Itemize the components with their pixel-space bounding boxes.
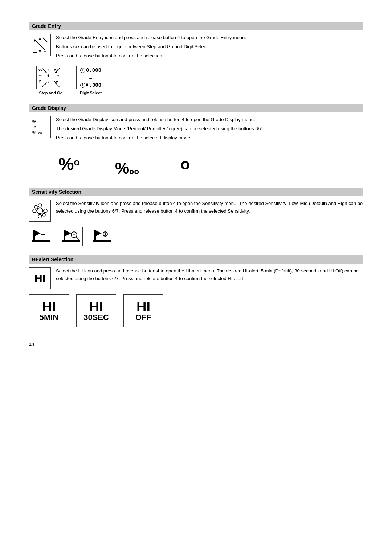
hi-alert-section: HI-alert Selection HI Select the HI icon… [29, 255, 363, 327]
grade-entry-section: Grade Entry + [29, 22, 363, 95]
hi-alert-icon: HI [29, 267, 51, 289]
digit-select-label: Digit Select [80, 91, 102, 95]
hi-alert-text: Select the HI icon and press and release… [56, 267, 363, 284]
svg-rect-51 [64, 230, 65, 240]
svg-text:+: + [44, 49, 46, 54]
grade-entry-icons-row: x- ↑ Y+ ← + → Y- ↓ x+ [29, 66, 363, 95]
hi-30sec-icon: HI 30SEC [76, 294, 116, 327]
svg-line-54 [76, 237, 79, 240]
svg-rect-50 [62, 240, 80, 242]
percent-icon: % o [51, 150, 87, 179]
svg-text:↑: ↑ [47, 68, 49, 72]
sensitivity-icon [29, 200, 51, 222]
svg-text:↓: ↓ [47, 79, 49, 83]
svg-text:→: → [56, 73, 60, 78]
svg-text:oo: oo [38, 132, 42, 135]
svg-text:+: + [47, 73, 49, 78]
digit-select-icon: 1 0.000 → 1 0 .000 [76, 66, 105, 89]
hi-alert-icons-row: HI 5MIN HI 30SEC HI OFF [29, 294, 363, 327]
hi-alert-header: HI-alert Selection [29, 255, 363, 264]
degree-icon: o [167, 150, 203, 179]
svg-text:Y-: Y- [38, 79, 42, 83]
sensitivity-section: Sensitivity Selection [29, 188, 363, 246]
page-number: 14 [29, 341, 363, 347]
grade-entry-text: Select the Grade Entry icon and press an… [56, 34, 363, 61]
svg-point-37 [33, 209, 36, 213]
grade-display-header: Grade Display [29, 104, 363, 112]
grade-display-icon: % ↗ % oo [29, 116, 51, 138]
svg-line-10 [43, 38, 47, 42]
svg-line-42 [37, 208, 38, 209]
svg-point-33 [38, 204, 42, 207]
svg-marker-47 [35, 230, 41, 236]
grade-entry-icon: + [29, 34, 51, 56]
svg-text:←: ← [38, 73, 42, 78]
svg-marker-59 [96, 230, 102, 236]
svg-line-44 [42, 213, 42, 213]
grade-entry-body: + Select the Grade Entry icon and press … [29, 34, 363, 61]
svg-point-35 [44, 209, 47, 213]
sensitivity-header: Sensitivity Selection [29, 188, 363, 196]
grade-display-mode-icons: % o % oo o [51, 150, 363, 179]
grade-display-section: Grade Display % ↗ % oo Select the Grade … [29, 104, 363, 179]
step-go-label: Step and Go [39, 91, 63, 95]
svg-rect-46 [33, 230, 35, 240]
svg-marker-7 [38, 50, 41, 52]
hi-alert-body: HI Select the HI icon and press and rele… [29, 267, 363, 289]
digit-select-box: 1 0.000 → 1 0 .000 Digit Select [76, 66, 105, 95]
sensitivity-icons-row [29, 227, 363, 246]
svg-point-39 [38, 214, 42, 218]
svg-point-32 [37, 208, 43, 214]
svg-rect-45 [32, 240, 50, 242]
svg-point-43 [42, 213, 45, 216]
svg-text:↗: ↗ [33, 125, 36, 129]
sensitivity-low-icon [29, 227, 52, 246]
svg-text:%: % [32, 119, 36, 124]
sensitivity-text: Select the Sensitivity icon and press an… [56, 200, 363, 217]
grade-entry-header: Grade Entry [29, 22, 363, 30]
hi-5min-icon: HI 5MIN [29, 294, 69, 327]
svg-rect-57 [93, 240, 111, 242]
svg-text:x-: x- [38, 68, 42, 72]
sensitivity-high-icon [90, 227, 113, 246]
sensitivity-body: Select the Sensitivity icon and press an… [29, 200, 363, 222]
svg-marker-52 [65, 230, 71, 236]
svg-marker-49 [44, 234, 45, 236]
hi-off-icon: HI OFF [123, 294, 163, 327]
grade-display-text: Select the Grade Display icon and press … [56, 116, 363, 143]
svg-rect-58 [94, 230, 96, 240]
grade-display-body: % ↗ % oo Select the Grade Display icon a… [29, 116, 363, 143]
svg-point-41 [34, 205, 37, 208]
step-go-icon: x- ↑ Y+ ← + → Y- ↓ x+ [36, 66, 65, 89]
svg-text:%: % [32, 130, 36, 136]
permille-icon: % oo [109, 150, 145, 179]
step-go-box: x- ↑ Y+ ← + → Y- ↓ x+ [36, 66, 65, 95]
sensitivity-mid-icon [60, 227, 83, 246]
svg-marker-5 [38, 38, 41, 40]
